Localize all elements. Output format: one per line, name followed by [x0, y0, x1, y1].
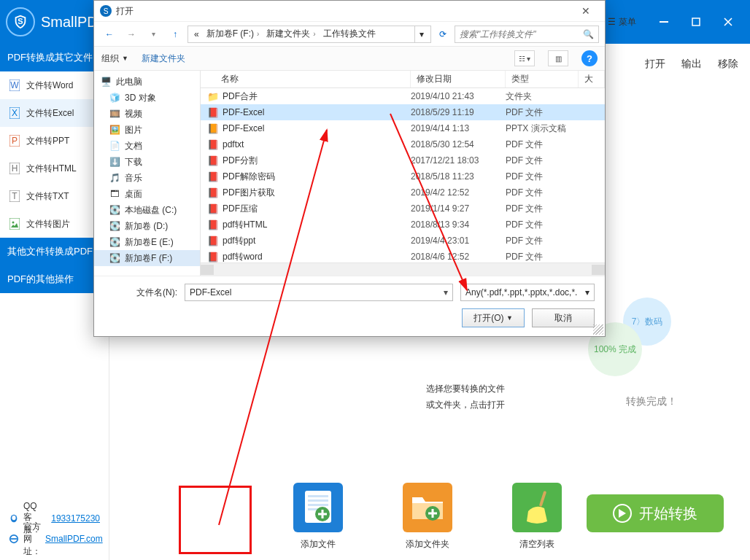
folder-search[interactable]: 🔍: [455, 26, 599, 43]
tree-item[interactable]: ⬇️下载: [94, 154, 200, 170]
col-name[interactable]: 名称: [201, 71, 411, 88]
col-date[interactable]: 修改日期: [411, 71, 506, 88]
file-row[interactable]: 📕PDF压缩2019/1/14 9:27PDF 文件: [201, 201, 605, 217]
sidebar-item-excel[interactable]: X 文件转Excel: [0, 99, 109, 127]
list-header: 名称 修改日期 类型 大: [201, 71, 605, 88]
preview-pane-button[interactable]: ▥: [548, 50, 568, 66]
clear-list-label: 清空列表: [519, 538, 554, 551]
maximize-button[interactable]: [680, 9, 712, 35]
qq-link[interactable]: 1933175230: [51, 513, 100, 524]
clear-list-card[interactable]: 清空列表: [512, 483, 562, 551]
file-row[interactable]: 📕PDF分割2017/12/21 18:03PDF 文件: [201, 152, 605, 168]
pdf-icon: 📕: [206, 106, 220, 119]
tree-item[interactable]: 🧊3D 对象: [94, 90, 200, 106]
file-row[interactable]: 📁PDF合并2019/4/10 21:43文件夹: [201, 88, 605, 104]
nav-back-icon[interactable]: ←: [100, 25, 119, 44]
dialog-close-button[interactable]: ✕: [573, 3, 599, 19]
file-name: pdf转HTML: [223, 219, 411, 231]
folder-tree[interactable]: 🖥️此电脑🧊3D 对象🎞️视频🖼️图片📄文档⬇️下载🎵音乐🗔桌面💽本地磁盘 (C…: [94, 71, 201, 276]
file-row[interactable]: 📕PDF解除密码2018/5/18 11:23PDF 文件: [201, 168, 605, 184]
breadcrumb-seg-2[interactable]: 工作转换文件: [320, 28, 379, 40]
pdf-icon: 📕: [206, 202, 220, 215]
pdf-icon: 📕: [206, 170, 220, 183]
site-link[interactable]: SmallPDF.com: [45, 534, 103, 544]
help-button[interactable]: ?: [581, 50, 598, 66]
file-rows[interactable]: 📁PDF合并2019/4/10 21:43文件夹📕PDF-Excel2018/5…: [201, 88, 605, 262]
svg-rect-21: [308, 504, 328, 506]
action-output[interactable]: 输出: [681, 58, 702, 71]
dialog-app-icon: S: [100, 5, 112, 17]
action-remove[interactable]: 移除: [718, 58, 738, 71]
breadcrumb-overflow[interactable]: «: [191, 29, 202, 39]
breadcrumb-seg-1[interactable]: 新建文件夹›: [263, 28, 318, 40]
nav-up-icon[interactable]: ↑: [166, 25, 185, 44]
file-row[interactable]: 📕PDF-Excel2018/5/29 11:19PDF 文件: [201, 104, 605, 120]
tree-item[interactable]: 🎵音乐: [94, 170, 200, 186]
sidebar-item-txt[interactable]: T 文件转TXT: [0, 182, 109, 210]
tree-label: 视频: [125, 108, 142, 120]
tree-item[interactable]: 💽新加卷F (F:): [94, 250, 200, 266]
sidebar-section-convert-from[interactable]: PDF转换成其它文件: [0, 44, 109, 71]
organize-button[interactable]: 组织 ▼: [101, 52, 128, 65]
nav-refresh-icon[interactable]: ⟳: [434, 26, 452, 43]
action-open[interactable]: 打开: [645, 58, 665, 71]
chevron-down-icon[interactable]: ▾: [585, 287, 589, 298]
view-mode-button[interactable]: ☷ ▾: [514, 50, 535, 66]
sidebar-section-other[interactable]: PDF的其他操作: [0, 265, 109, 293]
start-convert-button[interactable]: 开始转换: [587, 494, 724, 532]
minimize-button[interactable]: [648, 9, 680, 35]
resize-grip[interactable]: [593, 324, 603, 335]
sidebar-section-convert-to[interactable]: 其他文件转换成PDF: [0, 238, 109, 265]
nav-recent-icon[interactable]: ▾: [144, 25, 163, 44]
tree-item[interactable]: 🎞️视频: [94, 106, 200, 122]
file-type: PPTX 演示文稿: [506, 122, 579, 135]
tree-label: 本地磁盘 (C:): [125, 204, 177, 217]
folder-search-input[interactable]: [460, 29, 583, 39]
breadcrumb-dropdown[interactable]: ▾: [414, 26, 428, 42]
dialog-cancel-button[interactable]: 取消: [532, 308, 595, 327]
file-row[interactable]: 📕PDF图片获取2019/4/2 12:52PDF 文件: [201, 184, 605, 201]
col-type[interactable]: 类型: [506, 71, 579, 88]
music-icon: 🎵: [109, 172, 120, 184]
horizontal-scrollbar[interactable]: [201, 262, 605, 276]
tree-item[interactable]: 📄文档: [94, 138, 200, 154]
dialog-open-button[interactable]: 打开(O) ▼: [462, 308, 525, 327]
add-file-card[interactable]: 添加文件: [293, 483, 343, 551]
new-folder-button[interactable]: 新建文件夹: [142, 52, 185, 65]
tree-label: 3D 对象: [125, 92, 156, 104]
file-row[interactable]: 📕pdftxt2018/5/30 12:54PDF 文件: [201, 136, 605, 152]
sidebar-item-html[interactable]: H 文件转HTML: [0, 155, 109, 182]
filename-combobox[interactable]: PDF-Excel ▾: [185, 284, 453, 301]
nav-forward-icon[interactable]: →: [122, 25, 141, 44]
tree-item[interactable]: 🖥️此电脑: [94, 74, 200, 90]
tree-item[interactable]: 💽新加卷E (E:): [94, 234, 200, 250]
tree-item[interactable]: 🗔桌面: [94, 186, 200, 202]
close-button[interactable]: [712, 9, 744, 35]
sidebar-item-ppt[interactable]: P 文件转PPT: [0, 127, 109, 155]
file-row[interactable]: 📕pdf转HTML2018/8/13 9:34PDF 文件: [201, 217, 605, 233]
tree-item[interactable]: 💽本地磁盘 (C:): [94, 202, 200, 218]
breadcrumb[interactable]: « 新加卷F (F:)› 新建文件夹› 工作转换文件 ▾: [188, 26, 431, 43]
file-type: PDF 文件: [506, 106, 579, 119]
sidebar-item-word[interactable]: W 文件转Word: [0, 71, 109, 99]
file-row[interactable]: 📙PDF-Excel2019/4/14 1:13PPTX 演示文稿: [201, 120, 605, 136]
add-folder-card[interactable]: 添加文件夹: [403, 483, 452, 551]
file-row[interactable]: 📕pdf转word2018/4/6 12:52PDF 文件: [201, 249, 605, 262]
filetype-filter[interactable]: Any(*.pdf,*.ppt,*.pptx,*.doc,*. ▾: [460, 284, 595, 301]
chevron-down-icon[interactable]: ▾: [444, 287, 448, 298]
tree-item[interactable]: 🖼️图片: [94, 122, 200, 138]
file-date: 2018/5/30 12:54: [411, 139, 506, 149]
search-icon[interactable]: 🔍: [583, 29, 594, 39]
tree-item[interactable]: 💽新加卷 (D:): [94, 218, 200, 234]
file-date: 2017/12/21 18:03: [411, 155, 506, 166]
file-date: 2019/4/10 21:43: [411, 91, 506, 101]
file-date: 2018/4/6 12:52: [411, 252, 506, 262]
desktop-icon: 🗔: [109, 188, 120, 200]
sidebar-item-image[interactable]: 文件转图片: [0, 210, 109, 238]
pdf-icon: 📕: [206, 250, 220, 262]
file-row[interactable]: 📕pdf转ppt2019/4/4 23:01PDF 文件: [201, 233, 605, 249]
col-size[interactable]: 大: [579, 71, 605, 88]
breadcrumb-seg-0[interactable]: 新加卷F (F:)›: [204, 28, 263, 40]
dialog-titlebar[interactable]: S 打开 ✕: [94, 1, 605, 21]
file-type: PDF 文件: [506, 171, 579, 183]
